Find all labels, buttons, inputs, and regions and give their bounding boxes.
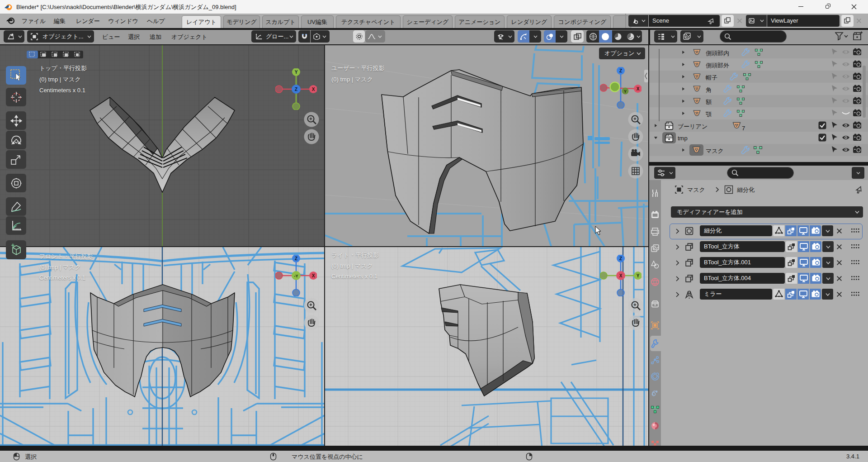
svg-text:Y: Y — [295, 70, 298, 75]
svg-text:Z: Z — [295, 87, 297, 92]
svg-text:X: X — [637, 86, 640, 91]
svg-text:Y: Y — [624, 89, 627, 94]
svg-text:X: X — [312, 87, 315, 92]
svg-text:X: X — [619, 273, 623, 278]
svg-text:Z: Z — [619, 68, 622, 73]
svg-text:Y: Y — [637, 273, 640, 278]
svg-text:-Y: -Y — [294, 274, 298, 278]
svg-text:X: X — [312, 273, 315, 278]
svg-text:Z: Z — [619, 256, 622, 261]
svg-text:Z: Z — [295, 256, 297, 261]
